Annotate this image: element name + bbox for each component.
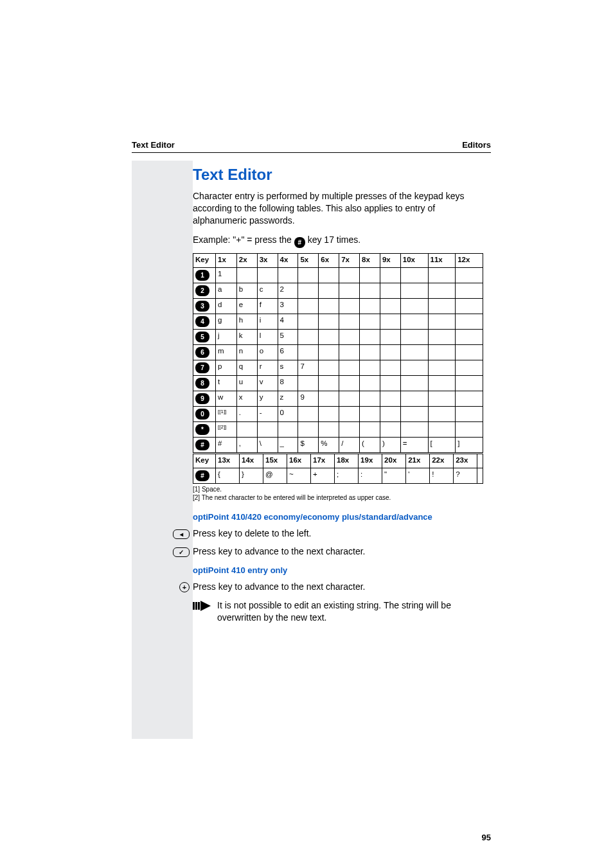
char-cell: ) (380, 437, 400, 452)
key-cell: 8 (193, 375, 216, 391)
key-cell: # (193, 468, 216, 483)
table-row: 6mno6 (193, 344, 483, 360)
char-cell (428, 375, 456, 391)
char-cell (298, 267, 319, 283)
char-cell: @ (263, 468, 287, 483)
char-cell: f (257, 298, 278, 314)
char-cell (380, 406, 400, 421)
char-cell (236, 421, 257, 437)
table-row: *[[2]] (193, 421, 483, 437)
char-cell (360, 421, 380, 437)
char-cell (298, 314, 319, 329)
key-cell: 3 (193, 298, 216, 314)
char-cell: 9 (298, 391, 319, 406)
char-cell (428, 267, 456, 283)
char-cell: r (257, 360, 278, 375)
char-cell: z (278, 391, 298, 406)
keypad-key-icon: 4 (195, 316, 209, 327)
col-presses: 20x (382, 454, 406, 468)
check-key-icon: ✓ (173, 547, 190, 557)
footnote-2: [2] The next character to be entered wil… (193, 493, 483, 502)
char-cell: w (216, 391, 237, 406)
keypad-key-icon: # (195, 470, 209, 481)
char-cell: m (216, 344, 237, 360)
char-cell (456, 267, 483, 283)
col-presses: 19x (359, 454, 382, 468)
char-cell (428, 344, 456, 360)
key-cell: 4 (193, 314, 216, 329)
char-cell (400, 344, 428, 360)
char-cell (360, 406, 380, 421)
char-cell (298, 421, 319, 437)
table-row: 3def3 (193, 298, 483, 314)
char-cell (428, 360, 456, 375)
col-presses: 17x (311, 454, 335, 468)
char-cell: - (257, 406, 278, 421)
table-row: 11 (193, 267, 483, 283)
example-prefix: Example: "+" = press the (193, 235, 294, 245)
char-cell (360, 375, 380, 391)
char-cell: q (236, 360, 257, 375)
char-cell (319, 298, 339, 314)
char-cell (319, 360, 339, 375)
footnote-1: [1] Space. (193, 485, 483, 493)
col-presses: 11x (428, 253, 456, 267)
char-cell (319, 314, 339, 329)
char-cell (400, 298, 428, 314)
keypad-key-icon: 0 (195, 409, 209, 420)
char-cell (298, 283, 319, 298)
step-row: ◂ Press key to delete to the left. (193, 528, 483, 538)
char-cell: ~ (287, 468, 311, 483)
char-cell: 3 (278, 298, 298, 314)
char-cell: 5 (278, 329, 298, 344)
char-cell (380, 360, 400, 375)
svg-rect-1 (195, 602, 197, 610)
char-cell: ] (456, 437, 483, 452)
char-cell (380, 375, 400, 391)
char-cell: 4 (278, 314, 298, 329)
example-line: Example: "+" = press the # key 17 times. (193, 235, 483, 248)
char-cell (456, 298, 483, 314)
col-presses: 23x (454, 454, 477, 468)
char-cell: ; (335, 468, 359, 483)
char-cell (319, 391, 339, 406)
key-cell: 1 (193, 267, 216, 283)
char-cell (380, 298, 400, 314)
col-presses: 22x (430, 454, 454, 468)
char-cell: d (216, 298, 237, 314)
subsection-title-1: optiPoint 410/420 economy/economy plus/s… (193, 512, 483, 522)
char-cell (428, 406, 456, 421)
char-cell: l (257, 329, 278, 344)
keypad-key-icon: 1 (195, 270, 209, 281)
char-cell: j (216, 329, 237, 344)
char-cell (278, 267, 298, 283)
char-cell: = (400, 437, 428, 452)
col-presses: 13x (216, 454, 240, 468)
char-cell (456, 344, 483, 360)
svg-rect-0 (193, 602, 195, 610)
char-cell (456, 391, 483, 406)
step-row: ✓ Press key to advance to the next chara… (193, 546, 483, 556)
char-cell (360, 267, 380, 283)
char-cell: y (257, 391, 278, 406)
char-cell (360, 329, 380, 344)
running-header: Text Editor Editors (132, 140, 491, 153)
char-cell: [[1]] (216, 406, 237, 421)
left-margin-column (132, 161, 193, 739)
keypad-key-icon: 6 (195, 347, 209, 358)
char-cell: v (257, 375, 278, 391)
intro-paragraph: Character entry is performed by multiple… (193, 190, 483, 227)
char-cell: / (339, 437, 360, 452)
char-cell (400, 283, 428, 298)
table-row: 4ghi4 (193, 314, 483, 329)
subsection-title-2: optiPoint 410 entry only (193, 565, 483, 575)
col-key: Key (193, 454, 216, 468)
col-key: Key (193, 253, 216, 267)
char-cell (257, 267, 278, 283)
char-cell: ! (430, 468, 454, 483)
char-cell (456, 406, 483, 421)
char-cell (380, 314, 400, 329)
char-cell: 1 (216, 267, 237, 283)
section-title: Text Editor (193, 166, 483, 184)
table-row: 2abc2 (193, 283, 483, 298)
